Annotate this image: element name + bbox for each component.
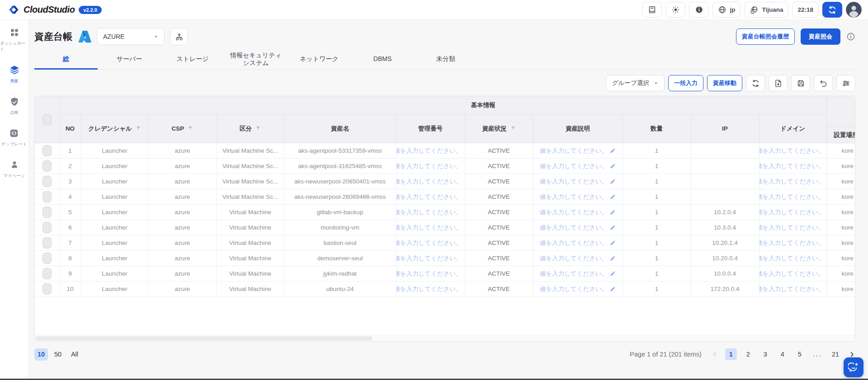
page-size-all[interactable]: All [68, 348, 81, 361]
scrollbar-thumb[interactable] [36, 336, 373, 341]
description-placeholder[interactable]: 値を入力してください。 [540, 162, 608, 170]
manual-button[interactable] [642, 2, 662, 18]
domain-placeholder[interactable]: 値を入力してください。 [760, 147, 825, 155]
column-header-ip[interactable]: IP [691, 114, 759, 143]
row-checkbox[interactable] [42, 283, 52, 295]
mgmt-no-placeholder[interactable]: 値を入力してください。 [396, 208, 462, 216]
tab-7[interactable]: 未分類 [414, 49, 477, 69]
description-placeholder[interactable]: 値を入力してください。 [540, 193, 608, 201]
edit-pencil-icon[interactable] [464, 163, 465, 169]
chevron-right-icon[interactable] [849, 351, 855, 358]
mgmt-no-placeholder[interactable]: 値を入力してください。 [396, 285, 462, 293]
row-checkbox[interactable] [42, 268, 52, 279]
page-number-1[interactable]: 1 [725, 348, 737, 360]
edit-pencil-icon[interactable] [610, 271, 616, 277]
mgmt-no-placeholder[interactable]: 値を入力してください。 [396, 270, 462, 278]
edit-pencil-icon[interactable] [610, 163, 616, 169]
tab-2[interactable]: サーバー [98, 49, 161, 69]
mgmt-no-placeholder[interactable]: 値を入力してください。 [396, 239, 462, 247]
row-checkbox[interactable] [42, 206, 52, 218]
filter-funnel-icon[interactable] [255, 126, 261, 132]
mgmt-no-placeholder[interactable]: 値を入力してください。 [396, 224, 462, 232]
chat-assistant-button[interactable] [844, 357, 863, 377]
filter-funnel-icon[interactable] [188, 126, 193, 132]
undo-button[interactable] [814, 75, 833, 91]
edit-pencil-icon[interactable] [464, 148, 465, 154]
tab-3[interactable]: ストレージ [161, 49, 224, 69]
description-placeholder[interactable]: 値を入力してください。 [540, 239, 608, 247]
edit-pencil-icon[interactable] [464, 286, 465, 292]
description-placeholder[interactable]: 値を入力してください。 [540, 285, 608, 293]
row-checkbox[interactable] [42, 160, 52, 172]
edit-pencil-icon[interactable] [464, 255, 465, 261]
page-number-3[interactable]: 3 [760, 348, 771, 360]
domain-placeholder[interactable]: 値を入力してください。 [760, 193, 825, 201]
group-select[interactable]: グループ選択 [606, 75, 665, 91]
edit-pencil-icon[interactable] [610, 286, 616, 292]
language-button[interactable]: jp [712, 2, 741, 18]
column-header-status[interactable]: 資産状況 [465, 114, 533, 143]
column-header-asset-name[interactable]: 資産名 [284, 114, 396, 143]
edit-pencil-icon[interactable] [610, 255, 616, 261]
info-button[interactable] [689, 2, 709, 18]
tab-1[interactable]: 総 [34, 49, 98, 69]
refresh-button[interactable] [746, 75, 765, 91]
domain-placeholder[interactable]: 値を入力してください。 [760, 178, 825, 186]
edit-pencil-icon[interactable] [610, 194, 616, 200]
edit-pencil-icon[interactable] [464, 209, 465, 215]
ledger-history-button[interactable]: 資産台帳照会履歴 [736, 28, 795, 45]
hierarchy-button[interactable] [170, 28, 188, 45]
clock-button[interactable]: 22:18 [792, 2, 819, 18]
mgmt-no-placeholder[interactable]: 値を入力してください。 [396, 147, 462, 155]
csp-select[interactable]: AZURE [97, 28, 165, 45]
sidebar-item-inspection[interactable]: 点検 [9, 96, 19, 116]
column-header-csp[interactable]: CSP [148, 114, 217, 143]
row-checkbox[interactable] [42, 191, 52, 202]
tab-5[interactable]: ネットワーク [288, 49, 351, 69]
edit-pencil-icon[interactable] [610, 225, 616, 230]
column-header-location[interactable]: 設置場所 [826, 96, 855, 143]
timezone-button[interactable]: Tijuana [744, 2, 788, 18]
page-number-2[interactable]: 2 [742, 348, 754, 360]
column-header-mgmt-no[interactable]: 管理番号 [396, 114, 465, 143]
domain-placeholder[interactable]: 値を入力してください。 [760, 239, 825, 247]
sidebar-item-assets[interactable]: 資産 [9, 65, 20, 84]
column-header-domain[interactable]: ドメイン [759, 114, 826, 143]
sidebar-item-dashboard[interactable]: ダッシュボード [0, 27, 28, 52]
column-header-credential[interactable]: クレデンシャル [81, 114, 148, 143]
tab-6[interactable]: DBMS [351, 49, 414, 69]
edit-pencil-icon[interactable] [464, 240, 465, 246]
row-checkbox[interactable] [42, 253, 52, 264]
page-number-4[interactable]: 4 [777, 348, 788, 360]
mgmt-no-placeholder[interactable]: 値を入力してください。 [396, 193, 462, 201]
mgmt-no-placeholder[interactable]: 値を入力してください。 [396, 178, 462, 186]
domain-placeholder[interactable]: 値を入力してください。 [760, 162, 825, 170]
edit-pencil-icon[interactable] [610, 209, 616, 215]
sidebar-item-template[interactable]: テンプレート [1, 128, 27, 147]
asset-inquiry-button[interactable]: 資産照会 [801, 28, 840, 45]
theme-button[interactable] [665, 2, 685, 18]
avatar[interactable] [846, 2, 862, 18]
domain-placeholder[interactable]: 値を入力してください。 [760, 270, 825, 278]
edit-pencil-icon[interactable] [464, 225, 465, 230]
domain-placeholder[interactable]: 値を入力してください。 [760, 254, 825, 263]
row-checkbox[interactable] [42, 176, 52, 187]
filter-funnel-icon[interactable] [510, 126, 516, 132]
edit-pencil-icon[interactable] [464, 271, 465, 277]
edit-pencil-icon[interactable] [464, 194, 465, 200]
edit-pencil-icon[interactable] [610, 178, 616, 184]
row-checkbox[interactable] [42, 237, 52, 249]
domain-placeholder[interactable]: 値を入力してください。 [760, 224, 825, 232]
description-placeholder[interactable]: 値を入力してください。 [540, 208, 608, 216]
mgmt-no-placeholder[interactable]: 値を入力してください。 [396, 254, 462, 263]
sidebar-item-mypage[interactable]: マイページ [4, 160, 25, 179]
file-import-button[interactable] [769, 75, 788, 91]
description-placeholder[interactable]: 値を入力してください。 [540, 270, 608, 278]
mgmt-no-placeholder[interactable]: 値を入力してください。 [396, 162, 462, 170]
filter-settings-button[interactable] [836, 75, 855, 91]
page-info-icon[interactable] [846, 32, 855, 41]
description-placeholder[interactable]: 値を入力してください。 [540, 147, 608, 155]
page-size-10[interactable]: 10 [34, 348, 48, 361]
logo-area[interactable]: CloudStudio v2.2.0 [8, 4, 102, 15]
edit-pencil-icon[interactable] [610, 148, 616, 154]
